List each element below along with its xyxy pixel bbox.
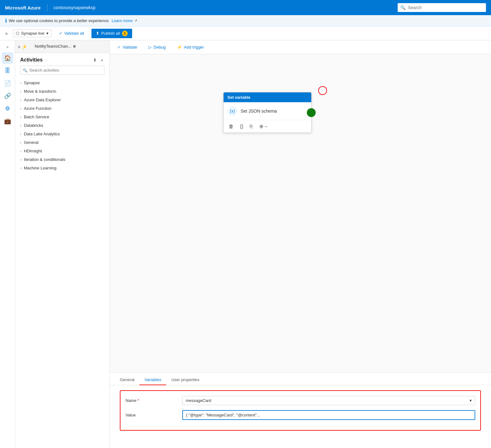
- validate-all-label: Validate all: [64, 31, 84, 36]
- validate-all-button[interactable]: ✓ Validate all: [56, 30, 87, 37]
- sidebar-item-integrate[interactable]: 🔗: [2, 90, 13, 102]
- chevron-right-icon: ›: [20, 158, 21, 162]
- activities-controls: ⬇ »: [92, 57, 104, 63]
- chevron-right-icon: ›: [20, 107, 21, 110]
- debug-button[interactable]: ▷ Debug: [146, 44, 168, 51]
- tab-bar-chevron[interactable]: »: [18, 44, 20, 50]
- sidebar-item-manage[interactable]: 💼: [2, 115, 13, 127]
- chevron-right-icon: ›: [20, 124, 21, 127]
- search-activities-icon: 🔍: [23, 68, 27, 73]
- trigger-icon: ⚡: [177, 45, 182, 50]
- variables-form-container: Name * messageCard ▾ Value { "@type": "M…: [120, 390, 481, 431]
- collapse-chevron[interactable]: »: [5, 31, 8, 36]
- activity-group-azure-function[interactable]: › Azure Function: [15, 104, 109, 113]
- external-link-icon: ↗: [134, 19, 137, 23]
- synapse-live-button[interactable]: ⬡ Synapse live ▾: [13, 29, 51, 37]
- publish-count-badge: 1: [122, 31, 128, 36]
- tab-general[interactable]: General: [115, 375, 139, 385]
- tab-label: NotifiyTeamsChan...: [35, 44, 71, 49]
- activity-group-general[interactable]: › General: [15, 138, 109, 147]
- bottom-panel: General Variables User properties Name *…: [110, 372, 491, 448]
- value-input[interactable]: { "@type": "MessageCard", "@context"...: [182, 410, 475, 420]
- activity-group-synapse[interactable]: › Synapse: [15, 79, 109, 87]
- canvas-area: ✓ Validate ▷ Debug ⚡ Add trigger Set var…: [110, 40, 491, 448]
- value-label: Value: [126, 413, 182, 417]
- sidebar-expand-chevron[interactable]: »: [0, 43, 15, 51]
- add-trigger-button[interactable]: ⚡ Add trigger: [174, 44, 207, 51]
- name-select-chevron: ▾: [470, 398, 472, 403]
- synapse-icon: ⬡: [16, 31, 19, 36]
- json-action-button[interactable]: {}: [239, 123, 245, 130]
- workspace-name: contososynapsewksp: [54, 5, 96, 10]
- group-label: HDInsight: [24, 149, 42, 153]
- search-activities-input[interactable]: [20, 66, 104, 75]
- card-success-connector[interactable]: [307, 108, 316, 117]
- delete-action-button[interactable]: 🗑: [227, 123, 235, 130]
- validate-checkmark-icon: ✓: [117, 45, 121, 50]
- learn-more-link[interactable]: Learn more: [112, 18, 132, 23]
- activities-panel: » ⚡ NotifiyTeamsChan... Activities ⬇ » 🔍…: [15, 40, 110, 448]
- publish-icon: ⬆: [96, 31, 99, 36]
- activity-group-machine-learning[interactable]: › Machine Learning: [15, 164, 109, 172]
- card-title: Set JSON schema: [241, 109, 277, 114]
- unsaved-indicator: [73, 45, 76, 48]
- connect-action-button[interactable]: ⊕→: [258, 123, 270, 130]
- chevron-right-icon: ›: [20, 115, 21, 119]
- debug-label: Debug: [154, 45, 166, 50]
- group-label: Azure Function: [24, 106, 51, 111]
- activity-group-iteration[interactable]: › Iteration & conditionals: [15, 155, 109, 164]
- expand-icon[interactable]: »: [99, 57, 104, 63]
- search-wrapper: 🔍: [398, 3, 486, 12]
- tab-user-properties[interactable]: User properties: [166, 375, 204, 385]
- activity-group-data-lake[interactable]: › Data Lake Analytics: [15, 130, 109, 138]
- variable-icon: (x): [227, 106, 237, 116]
- activities-header: Activities ⬇ »: [15, 53, 109, 66]
- collapse-icon[interactable]: ⬇: [92, 57, 98, 63]
- add-trigger-label: Add trigger: [184, 45, 204, 50]
- activity-group-data-explorer[interactable]: › Azure Data Explorer: [15, 96, 109, 104]
- chevron-right-icon: ›: [20, 90, 21, 93]
- publish-all-button[interactable]: ⬆ Publish all 1: [91, 29, 132, 38]
- pipeline-tab-bar: » ⚡ NotifiyTeamsChan...: [15, 40, 109, 53]
- set-variable-card[interactable]: Set variable (x) Set JSON schema 🗑 {} ⎘ …: [223, 92, 312, 133]
- activities-title: Activities: [20, 57, 43, 63]
- pipeline-bar: » ⬡ Synapse live ▾ ✓ Validate all ⬆ Publ…: [0, 27, 491, 40]
- search-activities-wrapper: 🔍: [20, 66, 104, 75]
- pipeline-icon: ⚡: [22, 44, 27, 49]
- sidebar-item-data[interactable]: 🗄: [2, 65, 13, 76]
- red-circle-indicator: [318, 86, 327, 95]
- required-indicator: *: [137, 398, 139, 403]
- publish-all-label: Publish all: [101, 31, 120, 36]
- validate-label: Validate: [123, 45, 137, 50]
- pipeline-tab[interactable]: NotifiyTeamsChan...: [30, 41, 81, 52]
- activity-group-databricks[interactable]: › Databricks: [15, 121, 109, 130]
- group-label: Data Lake Analytics: [24, 132, 60, 136]
- chevron-down-icon: ▾: [46, 31, 49, 36]
- chevron-right-icon: ›: [20, 149, 21, 153]
- group-label: Azure Data Explorer: [24, 97, 61, 102]
- group-label: Machine Learning: [24, 166, 56, 170]
- group-label: Move & transform: [24, 89, 56, 94]
- sidebar-item-develop[interactable]: 📄: [2, 78, 13, 89]
- validate-button[interactable]: ✓ Validate: [115, 44, 140, 51]
- activity-group-move-transform[interactable]: › Move & transform: [15, 87, 109, 96]
- sidebar-item-monitor[interactable]: ⚙: [2, 103, 13, 114]
- activity-group-hdinsight[interactable]: › HDInsight: [15, 147, 109, 155]
- sidebar-item-home[interactable]: 🏠: [2, 52, 13, 64]
- group-label: Batch Service: [24, 115, 49, 119]
- brand-name: Microsoft Azure: [5, 5, 41, 10]
- group-label: Iteration & conditionals: [24, 157, 66, 162]
- copy-action-button[interactable]: ⎘: [248, 123, 254, 130]
- name-form-row: Name * messageCard ▾: [126, 396, 475, 405]
- top-bar: Microsoft Azure contososynapsewksp 🔍: [0, 0, 491, 15]
- pipeline-canvas[interactable]: Set variable (x) Set JSON schema 🗑 {} ⎘ …: [110, 54, 491, 372]
- icon-sidebar: » 🏠 🗄 📄 🔗 ⚙ 💼: [0, 40, 15, 448]
- card-body: (x) Set JSON schema: [224, 102, 311, 120]
- search-input[interactable]: [398, 3, 486, 12]
- activity-group-batch-service[interactable]: › Batch Service: [15, 113, 109, 121]
- chevron-right-icon: ›: [20, 132, 21, 136]
- canvas-toolbar: ✓ Validate ▷ Debug ⚡ Add trigger: [110, 40, 491, 54]
- tab-variables[interactable]: Variables: [139, 375, 166, 385]
- value-form-row: Value { "@type": "MessageCard", "@contex…: [126, 410, 475, 420]
- name-select[interactable]: messageCard ▾: [182, 396, 475, 405]
